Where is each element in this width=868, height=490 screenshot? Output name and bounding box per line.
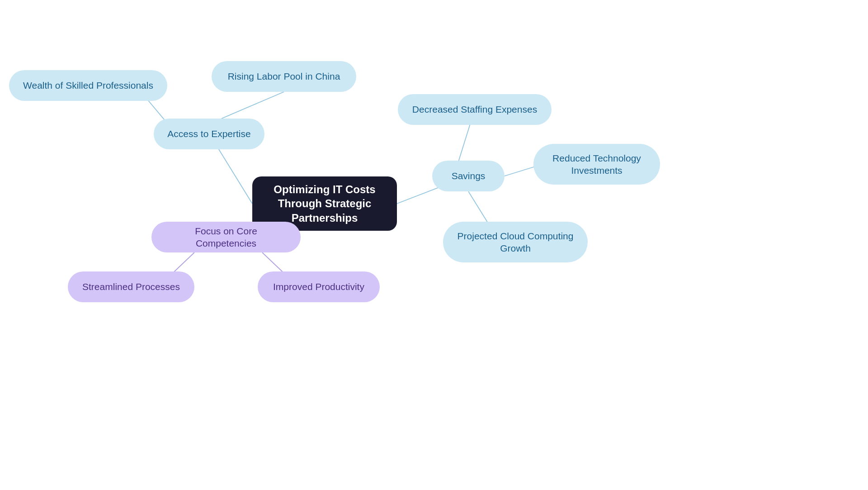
center-label: Optimizing IT Costs Through Strategic Pa… [263, 182, 386, 225]
node-projected-label: Projected Cloud Computing Growth [456, 230, 575, 255]
node-streamlined-label: Streamlined Processes [82, 281, 180, 293]
node-focus-label: Focus on Core Competencies [164, 225, 288, 250]
node-improved-label: Improved Productivity [273, 281, 364, 293]
node-focus-core: Focus on Core Competencies [151, 222, 301, 252]
node-access-to-expertise: Access to Expertise [154, 119, 264, 149]
node-decreased-staffing: Decreased Staffing Expenses [398, 94, 552, 125]
node-rising-labor-pool: Rising Labor Pool in China [212, 61, 356, 92]
node-savings: Savings [432, 161, 505, 191]
node-rising-label: Rising Labor Pool in China [228, 70, 340, 82]
node-improved-productivity: Improved Productivity [258, 271, 380, 302]
node-wealth-label: Wealth of Skilled Professionals [23, 79, 153, 91]
node-decreased-label: Decreased Staffing Expenses [412, 103, 537, 115]
svg-line-2 [222, 92, 284, 119]
node-access-label: Access to Expertise [167, 128, 250, 140]
node-reduced-label: Reduced Technology Investments [546, 152, 647, 177]
node-streamlined-processes: Streamlined Processes [68, 271, 194, 302]
node-savings-label: Savings [452, 170, 486, 182]
node-projected-cloud: Projected Cloud Computing Growth [443, 222, 588, 262]
node-reduced-technology: Reduced Technology Investments [533, 144, 660, 185]
node-wealth-of-skilled: Wealth of Skilled Professionals [9, 70, 167, 101]
